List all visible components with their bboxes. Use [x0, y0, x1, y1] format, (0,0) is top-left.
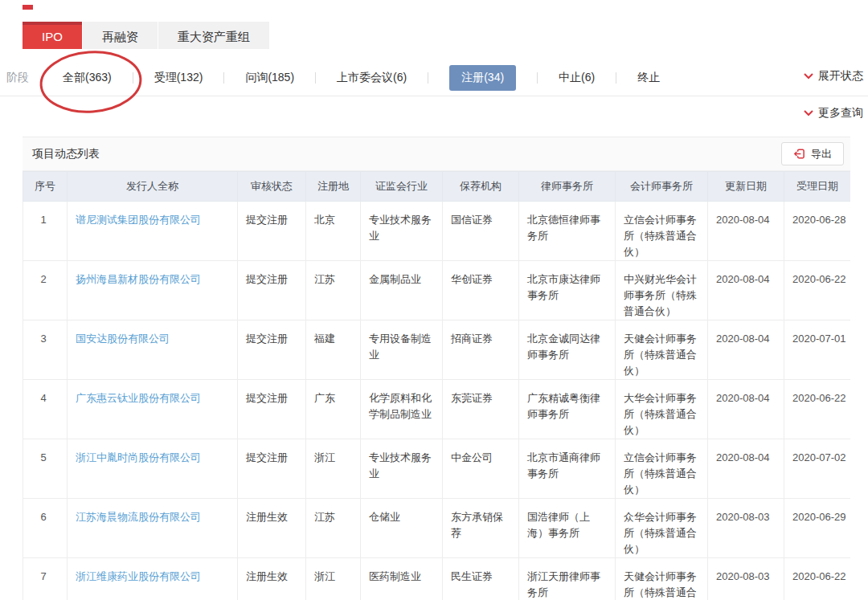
table-cell: 提交注册: [238, 202, 306, 261]
table-cell: 提交注册: [238, 439, 306, 499]
table-row: 1谱尼测试集团股份有限公司提交注册北京专业技术服务业国信证券北京德恒律师事务所立…: [23, 202, 851, 261]
stage-label: 阶段: [6, 71, 29, 85]
project-list-panel: 项目动态列表 导出 序号发行人全称审核状态注册地证监会行业保荐机构律师事务所会计…: [23, 137, 850, 600]
stage-option[interactable]: 受理(132): [154, 71, 203, 85]
table-cell: 2020-07-01: [784, 320, 851, 380]
table-cell: 浙江天册律师事务所: [519, 558, 616, 600]
row-index: 7: [23, 558, 68, 600]
option-divider: [428, 72, 428, 84]
table-cell: 江苏: [306, 499, 361, 558]
more-query-toggle[interactable]: 更多查询: [804, 106, 863, 120]
table-cell: 专业技术服务业: [361, 202, 443, 261]
table-cell: 国浩律师（上海）事务所: [519, 499, 616, 558]
table-cell: 2020-08-03: [708, 499, 784, 558]
row-index: 6: [23, 499, 68, 558]
expand-status-toggle[interactable]: 展开状态: [804, 69, 863, 84]
table-cell: 北京德恒律师事务所: [519, 202, 616, 261]
table-header-row: 序号发行人全称审核状态注册地证监会行业保荐机构律师事务所会计师事务所更新日期受理…: [23, 172, 851, 202]
issuer-link[interactable]: 谱尼测试集团股份有限公司: [76, 214, 201, 226]
table-cell: 国信证券: [443, 202, 519, 261]
table-cell: 提交注册: [238, 320, 306, 380]
export-label: 导出: [811, 147, 832, 161]
stage-option[interactable]: 终止: [637, 71, 660, 85]
issuer-cell: 谱尼测试集团股份有限公司: [68, 202, 238, 261]
column-header: 更新日期: [708, 172, 784, 202]
table-cell: 2020-08-04: [708, 380, 784, 439]
table-cell: 浙江: [306, 439, 361, 499]
table-cell: 2020-08-04: [708, 320, 784, 380]
column-header: 注册地: [306, 172, 361, 202]
table-cell: 东方承销保荐: [443, 499, 519, 558]
project-table: 序号发行人全称审核状态注册地证监会行业保荐机构律师事务所会计师事务所更新日期受理…: [23, 171, 850, 600]
corner-red-mark: [23, 5, 33, 10]
option-divider: [537, 72, 538, 84]
export-button[interactable]: 导出: [781, 142, 844, 165]
table-cell: 北京市通商律师事务所: [519, 439, 616, 499]
row-index: 5: [23, 439, 68, 499]
table-cell: 2020-07-02: [784, 439, 851, 499]
column-header: 受理日期: [784, 172, 851, 202]
tab-重大资产重组[interactable]: 重大资产重组: [158, 22, 269, 49]
tab-再融资[interactable]: 再融资: [83, 22, 158, 49]
column-header: 审核状态: [238, 172, 306, 202]
stage-option-circled[interactable]: 全部(363): [63, 71, 112, 85]
row-index: 4: [23, 380, 68, 439]
table-cell: 中兴财光华会计师事务所（特殊普通合伙）: [616, 261, 708, 320]
table-cell: 化学原料和化学制品制造业: [361, 380, 443, 439]
table-cell: 北京市康达律师事务所: [519, 261, 616, 320]
table-cell: 立信会计师事务所（特殊普通合伙）: [616, 439, 708, 499]
table-cell: 2020-08-03: [708, 558, 784, 600]
issuer-link[interactable]: 江苏海晨物流股份有限公司: [76, 511, 201, 523]
table-cell: 北京: [306, 202, 361, 261]
column-header: 律师事务所: [519, 172, 616, 202]
table-cell: 医药制造业: [361, 558, 443, 600]
table-cell: 仓储业: [361, 499, 443, 558]
option-divider: [315, 72, 316, 84]
table-cell: 北京金诚同达律师事务所: [519, 320, 616, 380]
issuer-link[interactable]: 扬州海昌新材股份有限公司: [76, 273, 201, 285]
panel-header: 项目动态列表 导出: [23, 137, 850, 171]
column-header: 保荐机构: [443, 172, 519, 202]
table-cell: 注册生效: [238, 499, 306, 558]
table-cell: 金属制品业: [361, 261, 443, 320]
table-cell: 提交注册: [238, 261, 306, 320]
table-cell: 东莞证券: [443, 380, 519, 439]
export-icon: [793, 148, 805, 160]
stage-option-selected[interactable]: 注册(34): [449, 65, 516, 91]
row-index: 3: [23, 320, 68, 380]
table-cell: 大华会计师事务所（特殊普通合伙）: [616, 380, 708, 439]
tab-ipo[interactable]: IPO: [23, 22, 82, 49]
column-header: 证监会行业: [361, 172, 443, 202]
issuer-link[interactable]: 国安达股份有限公司: [76, 333, 170, 345]
table-cell: 提交注册: [238, 380, 306, 439]
table-cell: 众华会计师事务所（特殊普通合伙）: [616, 499, 708, 558]
stage-option[interactable]: 问询(185): [245, 71, 294, 85]
issuer-cell: 广东惠云钛业股份有限公司: [68, 380, 238, 439]
table-row: 6江苏海晨物流股份有限公司注册生效江苏仓储业东方承销保荐国浩律师（上海）事务所众…: [23, 499, 851, 558]
issuer-link[interactable]: 广东惠云钛业股份有限公司: [76, 392, 201, 404]
table-row: 7浙江维康药业股份有限公司注册生效浙江医药制造业民生证券浙江天册律师事务所天健会…: [23, 558, 851, 600]
table-cell: 2020-08-04: [708, 261, 784, 320]
table-cell: 专业技术服务业: [361, 439, 443, 499]
row-index: 2: [23, 261, 68, 320]
issuer-cell: 扬州海昌新材股份有限公司: [68, 261, 238, 320]
top-tabs: IPO再融资重大资产重组: [23, 22, 270, 49]
table-cell: 华创证券: [443, 261, 519, 320]
issuer-cell: 浙江中胤时尚股份有限公司: [68, 439, 238, 499]
option-divider: [223, 72, 224, 84]
stage-option[interactable]: 中止(6): [559, 71, 595, 85]
table-row: 2扬州海昌新材股份有限公司提交注册江苏金属制品业华创证券北京市康达律师事务所中兴…: [23, 261, 851, 320]
table-cell: 2020-06-28: [784, 202, 851, 261]
column-header: 序号: [23, 172, 68, 202]
issuer-cell: 浙江维康药业股份有限公司: [68, 558, 238, 600]
issuer-link[interactable]: 浙江维康药业股份有限公司: [76, 570, 201, 582]
table-row: 4广东惠云钛业股份有限公司提交注册广东化学原料和化学制品制造业东莞证券广东精诚粤…: [23, 380, 851, 439]
stage-option[interactable]: 上市委会议(6): [337, 71, 407, 85]
table-cell: 专用设备制造业: [361, 320, 443, 380]
panel-title: 项目动态列表: [32, 147, 100, 161]
issuer-link[interactable]: 浙江中胤时尚股份有限公司: [76, 451, 201, 463]
table-cell: 浙江: [306, 558, 361, 600]
stage-filter-row: 阶段 全部(363)受理(132)问询(185)上市委会议(6)注册(34)中止…: [0, 63, 868, 93]
table-cell: 2020-08-04: [708, 202, 784, 261]
table-cell: 招商证券: [443, 320, 519, 380]
